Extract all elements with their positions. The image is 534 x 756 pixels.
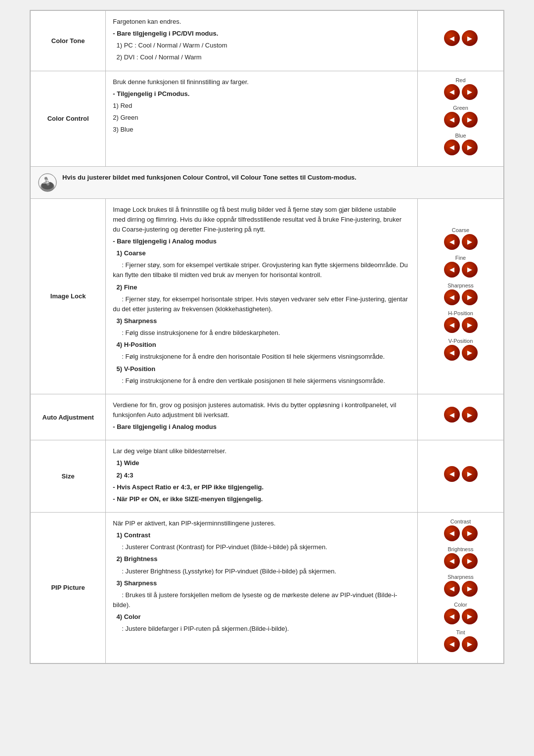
control-buttons: ◀▶ [425,262,496,278]
control-label: Blue [425,133,496,139]
description-line: - Hvis Aspect Ratio er 4:3, er PIP ikke … [113,482,410,492]
description-line: När PIP er aktivert, kan PIP-skjerminnst… [113,519,410,528]
left-arrow-button[interactable]: ◀ [444,407,460,423]
control-label: Contrast [425,519,496,524]
right-arrow-button[interactable]: ▶ [462,262,478,278]
control-label: Brightness [425,546,496,552]
left-arrow-button[interactable]: ◀ [444,553,460,569]
description-line: Fargetonen kan endres. [113,17,410,27]
right-arrow-button[interactable]: ▶ [462,636,478,652]
description-line: 2) 4:3 [113,471,410,480]
description-line: 3) Sharpness [113,316,410,326]
left-arrow-button[interactable]: ◀ [444,289,460,305]
left-arrow-button[interactable]: ◀ [444,234,460,250]
control-group: ◀▶ [425,466,496,482]
right-arrow-button[interactable]: ▶ [462,289,478,305]
left-arrow-button[interactable]: ◀ [444,581,460,597]
control-buttons: ◀▶ [425,140,496,155]
control-group: V-Position◀▶ [425,338,496,361]
description-content: Fargetonen kan endres.- Bare tilgjengeli… [113,17,410,63]
description-line: - Bare tilgjengelig i PC/DVI modus. [113,29,410,39]
description-line: 3) Blue [113,125,410,135]
control-label: Color [425,602,496,608]
desc-image-lock: Image Lock brukes til å fininnstille og … [106,198,418,394]
description-content: När PIP er aktivert, kan PIP-skjerminnst… [113,519,410,634]
desc-size: Lar deg velge blant ulike bildestørrelse… [106,440,418,513]
right-arrow-button[interactable]: ▶ [462,466,478,482]
desc-color-control: Bruk denne funksjonen til fininnstilling… [106,71,418,166]
control-buttons: ◀▶ [425,84,496,100]
control-buttons: ◀▶ [425,30,496,46]
warning-cell: ✏ Hvis du justerer bildet med funksjonen… [31,166,504,198]
left-arrow-button[interactable]: ◀ [444,466,460,482]
left-arrow-button[interactable]: ◀ [444,140,460,155]
description-line: : Følg instruksjonene for å endre den ho… [113,352,410,362]
left-arrow-button[interactable]: ◀ [444,30,460,46]
warning-text: Hvis du justerer bildet med funksjonen C… [62,173,356,183]
control-buttons: ◀▶ [425,317,496,333]
right-arrow-button[interactable]: ▶ [462,525,478,541]
description-content: Lar deg velge blant ulike bildestørrelse… [113,446,410,504]
warning-icon: ✏ [38,173,57,192]
left-arrow-button[interactable]: ◀ [444,112,460,128]
control-label: Fine [425,255,496,261]
control-label: H-Position [425,310,496,316]
control-group: Tint◀▶ [425,629,496,652]
control-buttons: ◀▶ [425,581,496,597]
right-arrow-button[interactable]: ▶ [462,112,478,128]
description-line: Bruk denne funksjonen til fininnstilling… [113,77,410,87]
right-arrow-button[interactable]: ▶ [462,317,478,333]
row-pip-picture: PIP PictureNär PIP er aktivert, kan PIP-… [31,512,504,663]
control-group: ◀▶ [425,407,496,423]
description-line: : Justerer Brightness (Lysstyrke) for PI… [113,567,410,576]
control-group: Contrast◀▶ [425,519,496,541]
right-arrow-button[interactable]: ▶ [462,345,478,361]
description-line: Lar deg velge blant ulike bildestørrelse… [113,446,410,456]
row-color-control: Color ControlBruk denne funksjonen til f… [31,71,504,166]
left-arrow-button[interactable]: ◀ [444,262,460,278]
left-arrow-button[interactable]: ◀ [444,317,460,333]
description-line: 2) Fine [113,283,410,292]
warning-row: ✏ Hvis du justerer bildet med funksjonen… [31,166,504,198]
control-buttons: ◀▶ [425,112,496,128]
main-page: Color ToneFargetonen kan endres.- Bare t… [30,10,504,664]
right-arrow-button[interactable]: ▶ [462,581,478,597]
description-content: Bruk denne funksjonen til fininnstilling… [113,77,410,135]
control-label: Green [425,105,496,111]
control-label: Coarse [425,227,496,233]
control-group: Sharpness◀▶ [425,574,496,597]
controls-auto-adjustment: ◀▶ [418,394,504,440]
control-group: Fine◀▶ [425,255,496,278]
control-group: Brightness◀▶ [425,546,496,569]
right-arrow-button[interactable]: ▶ [462,140,478,155]
content-table: Color ToneFargetonen kan endres.- Bare t… [30,10,504,663]
control-buttons: ◀▶ [425,345,496,361]
right-arrow-button[interactable]: ▶ [462,30,478,46]
description-line: Image Lock brukes til å fininnstille og … [113,205,410,235]
left-arrow-button[interactable]: ◀ [444,345,460,361]
left-arrow-button[interactable]: ◀ [444,525,460,541]
left-arrow-button[interactable]: ◀ [444,609,460,624]
right-arrow-button[interactable]: ▶ [462,609,478,624]
controls-color-tone: ◀▶ [418,11,504,71]
description-line: 2) DVI : Cool / Normal / Warm [113,52,410,62]
left-arrow-button[interactable]: ◀ [444,84,460,100]
description-line: : Brukes til å justere forskjellen mello… [113,590,410,610]
desc-pip-picture: När PIP er aktivert, kan PIP-skjerminnst… [106,512,418,663]
description-content: Verdiene for fin, grov og posisjon juste… [113,400,410,432]
control-buttons: ◀▶ [425,289,496,305]
control-label: Sharpness [425,283,496,288]
warning-content: ✏ Hvis du justerer bildet med funksjonen… [38,173,496,192]
right-arrow-button[interactable]: ▶ [462,553,478,569]
description-line: 4) Color [113,612,410,622]
description-line: - När PIP er ON, er ikke SIZE-menyen til… [113,494,410,504]
label-color-tone: Color Tone [31,11,106,71]
description-line: 1) Coarse [113,248,410,258]
right-arrow-button[interactable]: ▶ [462,234,478,250]
control-label: V-Position [425,338,496,344]
right-arrow-button[interactable]: ▶ [462,84,478,100]
right-arrow-button[interactable]: ▶ [462,407,478,423]
label-size: Size [31,440,106,513]
description-line: 1) PC : Cool / Normal / Warm / Custom [113,41,410,50]
left-arrow-button[interactable]: ◀ [444,636,460,652]
